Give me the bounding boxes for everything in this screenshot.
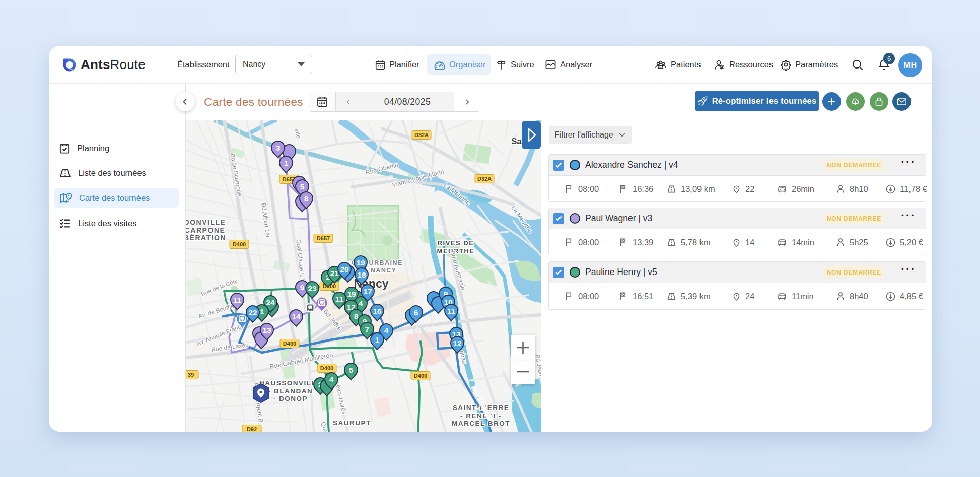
svg-text:8: 8 xyxy=(304,194,309,203)
svg-text:D32A: D32A xyxy=(414,132,429,138)
svg-text:D400: D400 xyxy=(283,340,296,347)
svg-text:CARPONE: CARPONE xyxy=(186,226,225,234)
svg-text:D657: D657 xyxy=(317,235,330,241)
svg-text:8: 8 xyxy=(354,312,359,320)
svg-text:19: 19 xyxy=(356,258,365,267)
svg-text:4: 4 xyxy=(384,326,389,335)
svg-text:D400: D400 xyxy=(233,241,246,247)
svg-text:MARCEL BROT: MARCEL BROT xyxy=(452,420,510,427)
svg-text:19: 19 xyxy=(347,290,356,298)
svg-text:D400: D400 xyxy=(320,365,333,371)
svg-text:DONVILLE: DONVILLE xyxy=(186,218,226,226)
svg-text:D400: D400 xyxy=(414,373,427,379)
svg-text:16: 16 xyxy=(373,307,382,315)
svg-text:6: 6 xyxy=(414,308,418,317)
svg-text:24: 24 xyxy=(266,298,275,307)
svg-text:1: 1 xyxy=(375,335,380,344)
svg-text:1: 1 xyxy=(260,307,264,316)
svg-text:9: 9 xyxy=(300,283,305,292)
svg-text:D32A: D32A xyxy=(477,176,492,182)
svg-text:20: 20 xyxy=(340,265,348,274)
svg-text:13: 13 xyxy=(262,326,271,334)
svg-text:SAURUPT: SAURUPT xyxy=(333,419,371,427)
svg-text:12: 12 xyxy=(453,339,461,348)
svg-text:4: 4 xyxy=(359,299,363,308)
svg-text:11: 11 xyxy=(447,307,456,315)
svg-text:5: 5 xyxy=(300,182,305,191)
svg-text:3: 3 xyxy=(276,144,281,152)
svg-text:23: 23 xyxy=(308,284,317,293)
svg-text:7: 7 xyxy=(365,325,370,333)
svg-text:- RENÉ II -: - RENÉ II - xyxy=(460,412,502,420)
svg-text:14: 14 xyxy=(292,312,301,321)
svg-text:5: 5 xyxy=(349,366,354,374)
svg-text:HAUSSONVILLE: HAUSSONVILLE xyxy=(259,379,322,387)
svg-text:17: 17 xyxy=(363,287,372,296)
svg-text:- BLANDAN: - BLANDAN xyxy=(268,387,313,395)
svg-text:4: 4 xyxy=(329,375,334,384)
svg-text:RIVES DE: RIVES DE xyxy=(438,239,474,247)
svg-text:11: 11 xyxy=(335,295,344,303)
svg-text:39: 39 xyxy=(188,372,194,378)
svg-text:18: 18 xyxy=(357,270,366,279)
svg-text:22: 22 xyxy=(248,308,257,317)
svg-text:- DONOP: - DONOP xyxy=(273,395,308,402)
svg-text:D92: D92 xyxy=(247,426,257,432)
svg-text:11: 11 xyxy=(233,296,242,304)
svg-text:BÉRATION: BÉRATION xyxy=(186,234,226,242)
svg-text:1: 1 xyxy=(284,159,289,167)
svg-text:Sa: Sa xyxy=(511,137,522,146)
